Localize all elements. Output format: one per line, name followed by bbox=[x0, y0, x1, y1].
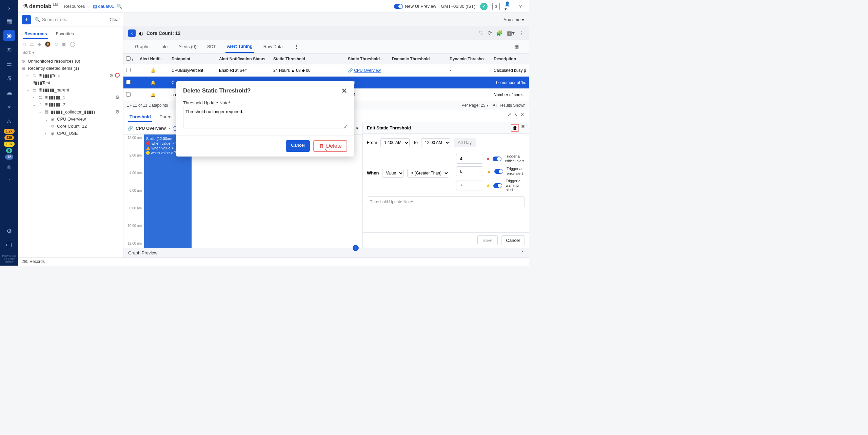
trash-icon: 🗑 bbox=[319, 143, 324, 149]
modal-delete-button[interactable]: 🗑 Delete ↖ bbox=[313, 140, 347, 152]
delete-label: Delete bbox=[326, 143, 342, 149]
note-label: Threshold Update Note* bbox=[183, 100, 347, 105]
note-textarea[interactable]: Threshold no longer required. bbox=[183, 107, 347, 128]
delete-threshold-modal: Delete Static Threshold? ✕ Threshold Upd… bbox=[176, 81, 354, 157]
cursor-icon: ↖ bbox=[324, 147, 328, 152]
modal-cancel-button[interactable]: Cancel bbox=[286, 140, 310, 152]
modal-title: Delete Static Threshold? bbox=[183, 87, 251, 94]
modal-close-icon[interactable]: ✕ bbox=[341, 87, 347, 95]
